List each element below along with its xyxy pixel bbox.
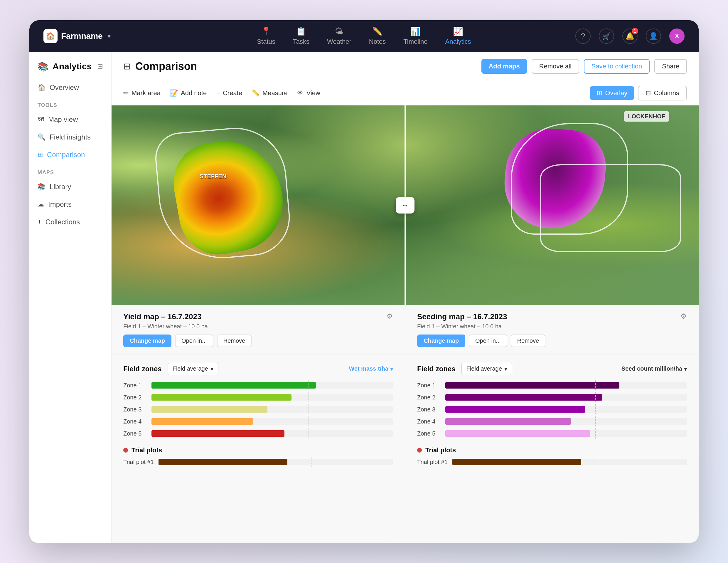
nav-item-weather[interactable]: 🌤 Weather [327, 26, 351, 45]
bar-dashed-line [595, 380, 596, 390]
sidebar-item-imports[interactable]: ☁ Imports [29, 195, 111, 213]
nav-item-notes[interactable]: ✏️ Notes [369, 26, 386, 45]
left-chart-filter[interactable]: Field average ▾ [168, 363, 218, 375]
add-maps-button[interactable]: Add maps [481, 59, 527, 74]
sidebar-collections-label: Collections [45, 218, 80, 226]
create-plus-icon: + [216, 89, 220, 97]
left-metric-label: Wet mass [349, 365, 376, 372]
sidebar-overview-label: Overview [50, 83, 79, 92]
bar-label: Zone 4 [123, 418, 147, 425]
map-area[interactable]: LOCKENHOF STEFFEN ↔ [112, 105, 699, 305]
bar-fill [151, 382, 316, 389]
nav-item-tasks[interactable]: 📋 Tasks [293, 26, 309, 45]
user-avatar[interactable]: X [669, 28, 685, 44]
bar-track [445, 430, 687, 437]
left-remove-button[interactable]: Remove [217, 335, 252, 347]
left-filter-chevron: ▾ [210, 365, 213, 373]
left-chart-metric: Wet mass t/ha ▾ [349, 365, 393, 373]
nav-item-timeline[interactable]: 📊 Timeline [403, 26, 427, 45]
right-chart-header: Field zones Field average ▾ Seed count m… [417, 363, 687, 375]
right-chart-title: Field zones [417, 365, 456, 373]
right-map-info: Seeding map – 16.7.2023 Field 1 – Winter… [405, 305, 699, 355]
bar-dashed-line [595, 429, 596, 439]
mark-area-icon: ✏ [123, 89, 129, 97]
notifications-button[interactable]: 🔔 1 [622, 28, 638, 44]
sidebar-item-map-view[interactable]: 🗺 Map view [29, 111, 111, 128]
bar-track [445, 394, 687, 401]
chart-bar-row: Zone 4 [123, 418, 393, 425]
create-label: Create [223, 89, 242, 97]
right-remove-button[interactable]: Remove [511, 335, 545, 347]
sidebar-item-collections[interactable]: + Collections [29, 213, 111, 231]
left-settings-icon[interactable]: ⚙ [387, 312, 393, 321]
bar-label: Zone 3 [417, 406, 441, 413]
right-metric-label: Seed count [621, 365, 653, 372]
left-change-map-button[interactable]: Change map [123, 335, 171, 347]
toolbar: ✏ Mark area 📝 Add note + Create 📏 Measur… [112, 81, 699, 105]
cart-button[interactable]: 🛒 [599, 28, 614, 44]
sidebar-map-view-label: Map view [48, 115, 78, 124]
sidebar-header: 📚 Analytics ⊞ [29, 61, 111, 79]
save-to-collection-button[interactable]: Save to collection [584, 59, 650, 74]
bar-dashed-line [595, 392, 596, 402]
bar-label: Zone 5 [123, 430, 147, 437]
share-button[interactable]: Share [654, 59, 687, 74]
collections-add-icon: + [38, 218, 41, 226]
sidebar-item-comparison[interactable]: ⊞ Comparison [29, 146, 111, 163]
left-map-info: Yield map – 16.7.2023 Field 1 – Winter w… [112, 305, 405, 355]
measure-icon: 📏 [252, 89, 259, 97]
bar-dashed-line [309, 429, 309, 439]
chart-bar-row: Zone 1 [417, 382, 687, 389]
left-open-in-button[interactable]: Open in... [175, 335, 213, 347]
create-button[interactable]: + Create [216, 87, 242, 99]
chart-bar-row: Trial plot #1 [417, 459, 687, 466]
overlay-button[interactable]: ⊞ Overlay [590, 86, 634, 100]
map-drag-handle[interactable]: ↔ [396, 197, 414, 213]
right-open-in-button[interactable]: Open in... [469, 335, 507, 347]
nav-item-status[interactable]: 📍 Status [257, 26, 275, 45]
right-map-actions: Change map Open in... Remove [417, 335, 545, 347]
sidebar-collapse-button[interactable]: ⊞ [97, 62, 103, 70]
bar-track [445, 382, 687, 389]
right-settings-icon[interactable]: ⚙ [680, 312, 687, 321]
bar-dashed-line [309, 405, 309, 414]
brand-chevron-icon: ▾ [107, 33, 110, 40]
sidebar-section-tools: TOOLS [29, 96, 111, 111]
right-filter-chevron: ▾ [504, 365, 507, 373]
sidebar-section-maps: MAPS [29, 163, 111, 178]
columns-label: Columns [654, 89, 679, 97]
nav-center: 📍 Status 📋 Tasks 🌤 Weather ✏️ Notes 📊 Ti… [257, 26, 471, 45]
mark-area-button[interactable]: ✏ Mark area [123, 87, 161, 99]
page-comparison-icon: ⊞ [123, 61, 131, 71]
nav-item-analytics[interactable]: 📈 Analytics [445, 26, 471, 45]
sidebar-item-overview[interactable]: 🏠 Overview [29, 79, 111, 96]
right-trial-header: Trial plots [417, 446, 687, 454]
comparison-icon: ⊞ [38, 151, 43, 158]
remove-all-button[interactable]: Remove all [532, 59, 579, 74]
user-profile-button[interactable]: 👤 [646, 28, 661, 44]
map-background: LOCKENHOF STEFFEN ↔ [112, 105, 699, 305]
brand[interactable]: 🏠 Farmname ▾ [43, 29, 120, 43]
mark-area-label: Mark area [132, 89, 161, 97]
right-change-map-button[interactable]: Change map [417, 335, 465, 347]
right-chart-filter[interactable]: Field average ▾ [461, 363, 512, 375]
nav-label-analytics: Analytics [445, 38, 471, 45]
columns-button[interactable]: ⊟ Columns [638, 86, 687, 100]
brand-name: Farmname [61, 31, 103, 41]
help-button[interactable]: ? [575, 28, 591, 44]
add-note-button[interactable]: 📝 Add note [170, 87, 207, 99]
sidebar-library-label: Library [50, 183, 71, 191]
view-button[interactable]: 👁 View [297, 87, 320, 99]
right-bar-chart: Zone 1Zone 2Zone 3Zone 4Zone 5 [417, 382, 687, 437]
bar-dashed-line [595, 405, 596, 414]
measure-button[interactable]: 📏 Measure [252, 87, 288, 99]
chart-bar-row: Trial plot #1 [123, 459, 393, 466]
chart-bar-row: Zone 2 [417, 394, 687, 401]
left-trial-section: Trial plots Trial plot #1 [112, 444, 405, 473]
sidebar-item-library[interactable]: 📚 Library [29, 178, 111, 195]
bar-fill [445, 394, 602, 401]
bar-track [445, 418, 687, 425]
sidebar-item-field-insights[interactable]: 🔍 Field insights [29, 128, 111, 146]
left-map-info-text: Yield map – 16.7.2023 Field 1 – Winter w… [123, 312, 252, 347]
bar-track [151, 382, 393, 389]
